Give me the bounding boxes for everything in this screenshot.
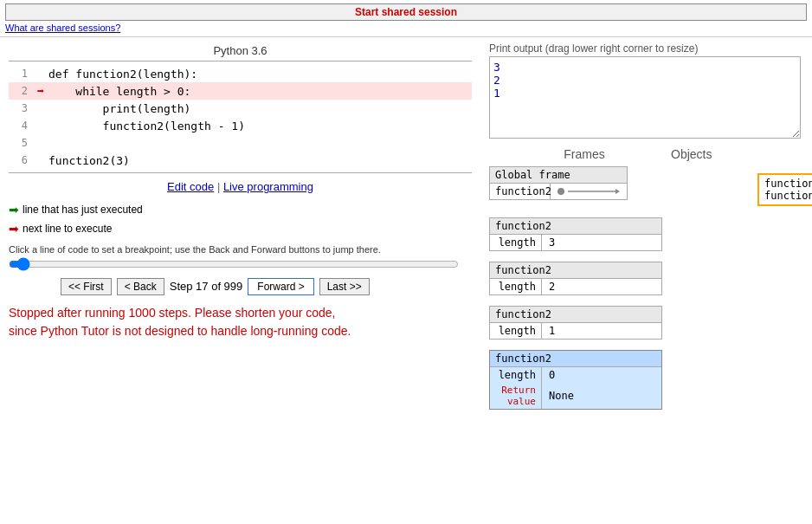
frame-row-2: length 2 — [490, 279, 661, 294]
frame-key-1: length — [490, 235, 542, 250]
line-code-6: function2(3) — [48, 154, 130, 167]
global-frame-box: Global frame function2 — [489, 166, 628, 200]
frame-title-1: function2 — [490, 218, 661, 235]
red-arrow-icon: ➡ — [37, 84, 44, 98]
line-num-4: 4 — [9, 120, 33, 132]
code-area: 1 def function2(length): 2 ➡ while lengt… — [9, 61, 472, 173]
global-frame-row: function2 — [490, 184, 627, 199]
print-output-box: 321 — [489, 56, 801, 139]
frame-key-2: length — [490, 279, 542, 294]
step-info: Step 17 of 999 — [170, 280, 243, 293]
legend: ➡ line that has just executed ➡ next lin… — [9, 200, 472, 239]
left-panel: Python 3.6 1 def function2(length): 2 ➡ … — [0, 37, 480, 524]
forward-button[interactable]: Forward > — [248, 278, 313, 295]
code-line-3[interactable]: 3 print(length) — [9, 100, 472, 117]
line-arrow-1 — [33, 68, 48, 81]
red-arrow-legend-icon: ➡ — [9, 219, 19, 238]
frame-title-2: function2 — [490, 262, 661, 279]
edit-code-link[interactable]: Edit code — [167, 180, 214, 193]
line-arrow-6 — [33, 154, 48, 167]
nav-bar: << First < Back Step 17 of 999 Forward >… — [9, 278, 472, 295]
line-arrow-3 — [33, 102, 48, 115]
global-frame-area: Global frame function2 — [489, 166, 662, 200]
frame-title-3: function2 — [490, 307, 661, 323]
line-code-1: def function2(length): — [48, 68, 197, 81]
legend-green-text: line that has just executed — [23, 202, 143, 218]
frame-row-4b: Returnvalue None — [490, 383, 661, 409]
main-area: Python 3.6 1 def function2(length): 2 ➡ … — [0, 37, 812, 524]
line-num-3: 3 — [9, 102, 33, 114]
frame-row-4a: length 0 — [490, 367, 661, 383]
print-output-text: 321 — [493, 61, 500, 100]
frame-key-3: length — [490, 323, 542, 339]
first-button[interactable]: << First — [61, 278, 112, 295]
code-line-5[interactable]: 5 — [9, 134, 472, 152]
frames-column: Global frame function2 — [489, 166, 662, 410]
green-arrow-icon: ➡ — [9, 200, 19, 219]
line-arrow-4 — [33, 120, 48, 133]
frame-val-4a: 0 — [542, 367, 562, 383]
start-session-button[interactable]: Start shared session — [5, 3, 807, 21]
top-bar: Start shared session What are shared ses… — [0, 0, 812, 37]
code-line-2[interactable]: 2 ➡ while length > 0: — [9, 82, 472, 100]
ref-dot-icon — [557, 188, 564, 195]
frame-val-4b: None — [542, 388, 581, 404]
frames-objects-wrapper: Global frame function2 — [489, 166, 812, 410]
live-programming-link[interactable]: Live programming — [223, 180, 313, 193]
frame-row-1: length 3 — [490, 235, 661, 250]
line-code-2: while length > 0: — [48, 85, 190, 98]
legend-green-row: ➡ line that has just executed — [9, 200, 472, 219]
line-arrow-2: ➡ — [33, 84, 48, 98]
frame-key-4b: Returnvalue — [490, 383, 542, 409]
frame-title-4: function2 — [490, 351, 661, 367]
line-num-6: 6 — [9, 154, 33, 166]
code-line-1[interactable]: 1 def function2(length): — [9, 65, 472, 82]
print-output-area: Print output (drag lower right corner to… — [489, 42, 812, 139]
line-code-3: print(length) — [48, 102, 190, 115]
frames-label: Frames — [498, 147, 671, 161]
frame-row-3: length 1 — [490, 323, 661, 339]
frame-val-3: 1 — [542, 323, 562, 339]
what-are-sessions-link[interactable]: What are shared sessions? — [5, 23, 807, 33]
frame-box-2: function2 length 2 — [489, 262, 662, 295]
frame-box-1: function2 length 3 — [489, 217, 662, 251]
step-slider[interactable] — [9, 258, 459, 270]
svg-marker-1 — [615, 189, 620, 194]
frames-objects-area: Frames Objects Global frame function2 — [489, 147, 812, 521]
ref-arrow-svg — [568, 186, 620, 197]
last-button[interactable]: Last >> — [319, 278, 370, 295]
global-frame-title: Global frame — [490, 167, 627, 184]
frame-box-4: function2 length 0 Returnvalue None — [489, 350, 662, 410]
code-line-6[interactable]: 6 function2(3) — [9, 152, 472, 169]
edit-links: Edit code | Live programming — [9, 180, 472, 193]
legend-red-text: next line to execute — [23, 221, 112, 237]
code-line-4[interactable]: 4 function2(length - 1) — [9, 117, 472, 134]
right-panel: Print output (drag lower right corner to… — [480, 37, 812, 524]
frames-objects-header: Frames Objects — [489, 147, 812, 161]
print-output-label: Print output (drag lower right corner to… — [489, 42, 812, 55]
separator: | — [217, 180, 223, 193]
line-num-1: 1 — [9, 68, 33, 80]
back-button[interactable]: < Back — [117, 278, 164, 295]
global-frame-val — [551, 184, 627, 198]
code-title: Python 3.6 — [9, 44, 472, 57]
breakpoint-hint: Click a line of code to set a breakpoint… — [9, 244, 472, 255]
slider-area[interactable] — [9, 258, 472, 273]
objects-label: Objects — [671, 147, 712, 161]
line-arrow-5 — [33, 137, 48, 150]
line-code-4: function2(length - 1) — [48, 120, 245, 133]
objects-column: functionfunction2(length) — [662, 166, 812, 410]
frame-val-2: 2 — [542, 279, 562, 294]
legend-red-row: ➡ next line to execute — [9, 219, 472, 238]
error-message: Stopped after running 1000 steps. Please… — [9, 304, 472, 340]
line-num-2: 2 — [9, 85, 33, 97]
frame-key-4a: length — [490, 367, 542, 383]
frame-val-1: 3 — [542, 235, 562, 250]
function-object: functionfunction2(length) — [757, 173, 812, 206]
global-frame-key: function2 — [490, 184, 551, 199]
function-obj-text: functionfunction2(length) — [764, 178, 812, 202]
frame-box-3: function2 length 1 — [489, 306, 662, 340]
line-num-5: 5 — [9, 137, 33, 149]
